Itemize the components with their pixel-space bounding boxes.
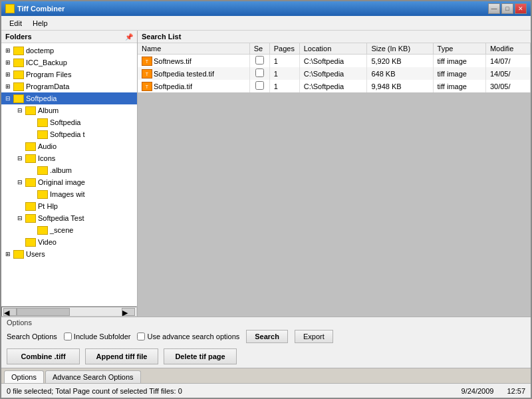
- row-checkbox-2[interactable]: [255, 81, 264, 90]
- table-row[interactable]: T Softpedia.tif 1 C:\Softpedia 9,948 KB …: [138, 80, 531, 92]
- cell-select-2[interactable]: [249, 80, 269, 92]
- expand-softpedia-test[interactable]: ⊟: [15, 213, 25, 223]
- tree-label-audio: Audio: [38, 142, 57, 150]
- expand-icc[interactable]: ⊞: [3, 57, 13, 68]
- folder-icon-softpedia: [13, 94, 24, 103]
- menu-edit[interactable]: Edit: [4, 18, 27, 29]
- tree-label-video: Video: [38, 238, 57, 246]
- expand-softpedia-t[interactable]: [27, 129, 37, 140]
- tree-item-album[interactable]: ⊟ Album: [1, 104, 137, 116]
- folder-icon-album: [25, 106, 36, 115]
- tree-item-softpedia-t[interactable]: Softpedia t: [1, 128, 137, 140]
- use-advance-checkbox[interactable]: [137, 332, 145, 340]
- tree-label-scene: _scene: [50, 226, 73, 234]
- row-checkbox-0[interactable]: [255, 56, 264, 65]
- export-button[interactable]: Export: [295, 330, 333, 343]
- expand-audio[interactable]: [15, 141, 25, 152]
- table-row[interactable]: T Softnews.tif 1 C:\Softpedia 5,920 KB t…: [138, 55, 531, 68]
- title-bar: Tiff Combiner — □ ✕: [1, 1, 531, 16]
- search-button[interactable]: Search: [246, 330, 288, 343]
- expand-icons[interactable]: ⊟: [15, 153, 25, 164]
- close-button[interactable]: ✕: [515, 3, 527, 14]
- folder-icon-scene: [37, 226, 48, 235]
- col-modified[interactable]: Modifie: [485, 43, 530, 55]
- minimize-button[interactable]: —: [488, 3, 500, 14]
- delete-button[interactable]: Delete tif page: [164, 348, 237, 364]
- expand-video[interactable]: [15, 237, 25, 247]
- tree-item-programfiles[interactable]: ⊞ Program Files: [1, 68, 137, 80]
- include-subfolder-label: Include Subfolder: [64, 332, 131, 340]
- search-list-label: Search List: [142, 33, 181, 41]
- tree-item-programdata[interactable]: ⊞ ProgramData: [1, 80, 137, 92]
- expand-softpedia[interactable]: ⊟: [3, 93, 13, 104]
- folders-header: Folders 📌: [1, 31, 137, 43]
- expand-imageswit[interactable]: [27, 189, 37, 200]
- expand-pthlp[interactable]: [15, 201, 25, 211]
- expand-programdata[interactable]: ⊞: [3, 81, 13, 92]
- tree-item-softpedia[interactable]: ⊟ Softpedia: [1, 92, 137, 104]
- expand-scene[interactable]: [27, 225, 37, 235]
- scroll-right-btn[interactable]: ▶: [122, 308, 135, 316]
- cell-modified-0: 14/07/: [485, 55, 530, 68]
- tab-options[interactable]: Options: [4, 370, 44, 384]
- tree-item-users[interactable]: ⊞ Users: [1, 248, 137, 260]
- tree-item-scene[interactable]: _scene: [1, 224, 137, 236]
- tree-item-doctemp[interactable]: ⊞ doctemp: [1, 45, 137, 57]
- combine-button[interactable]: Combine .tiff: [7, 348, 80, 364]
- tree-item-video[interactable]: Video: [1, 236, 137, 248]
- title-bar-left: Tiff Combiner: [5, 4, 65, 13]
- include-subfolder-checkbox[interactable]: [64, 332, 72, 340]
- tiff-file-icon-1: T: [142, 69, 152, 78]
- expand-programfiles[interactable]: ⊞: [3, 69, 13, 80]
- tree-item-softpedia-sub[interactable]: Softpedia: [1, 116, 137, 128]
- col-pages[interactable]: Pages: [269, 43, 299, 55]
- folder-tree[interactable]: ⊞ doctemp ⊞ ICC_Backup ⊞ Program Files: [1, 43, 137, 306]
- tree-item-dotalbum[interactable]: .album: [1, 164, 137, 176]
- main-window: Tiff Combiner — □ ✕ Edit Help Folders 📌 …: [0, 0, 532, 399]
- tree-item-pthlp[interactable]: Pt Hlp: [1, 200, 137, 212]
- status-bar: 0 file selected; Total Page count of sel…: [1, 383, 531, 398]
- tree-item-originalimage[interactable]: ⊟ Original image: [1, 176, 137, 188]
- tree-item-audio[interactable]: Audio: [1, 140, 137, 152]
- expand-users[interactable]: ⊞: [3, 249, 13, 259]
- row-checkbox-1[interactable]: [255, 68, 264, 77]
- tree-label-softpedia-sub: Softpedia: [50, 118, 80, 126]
- scroll-thumb-h[interactable]: [17, 308, 70, 316]
- tree-item-icons[interactable]: ⊟ Icons: [1, 152, 137, 164]
- search-options-label: Search Options: [7, 332, 57, 340]
- cell-select-1[interactable]: [249, 67, 269, 80]
- tree-item-imageswit[interactable]: Images wit: [1, 188, 137, 200]
- search-results-table-container[interactable]: Name Se Pages Location Size (In KB) Type…: [138, 43, 531, 317]
- cell-location-2: C:\Softpedia: [299, 80, 367, 92]
- cell-select-0[interactable]: [249, 55, 269, 68]
- append-button[interactable]: Append tiff file: [85, 348, 158, 364]
- col-se[interactable]: Se: [249, 43, 269, 55]
- expand-dotalbum[interactable]: [27, 165, 37, 176]
- cell-type-2: tiff image: [433, 80, 485, 92]
- cell-location-1: C:\Softpedia: [299, 67, 367, 80]
- scroll-left-btn[interactable]: ◀: [3, 308, 17, 316]
- folder-icon-softpedia-test: [25, 214, 36, 223]
- tab-advance-search[interactable]: Advance Search Options: [45, 370, 141, 383]
- col-location[interactable]: Location: [299, 43, 367, 55]
- menu-help[interactable]: Help: [27, 18, 53, 29]
- tree-label-doctemp: doctemp: [26, 47, 54, 55]
- folder-icon-programfiles: [13, 70, 24, 79]
- maximize-button[interactable]: □: [501, 3, 513, 14]
- col-type[interactable]: Type: [433, 43, 485, 55]
- col-name[interactable]: Name: [138, 43, 249, 55]
- expand-doctemp[interactable]: ⊞: [3, 45, 13, 56]
- tree-label-programfiles: Program Files: [26, 70, 71, 78]
- tree-label-album: Album: [38, 106, 59, 114]
- expand-album[interactable]: ⊟: [15, 105, 25, 116]
- col-size[interactable]: Size (In KB): [367, 43, 433, 55]
- search-list-header: Search List: [138, 31, 531, 43]
- expand-originalimage[interactable]: ⊟: [15, 177, 25, 188]
- left-panel-scrollbar[interactable]: ◀ ▶: [1, 306, 137, 317]
- pin-icon[interactable]: 📌: [125, 33, 133, 41]
- tree-label-dotalbum: .album: [50, 166, 72, 174]
- tree-item-icc[interactable]: ⊞ ICC_Backup: [1, 57, 137, 68]
- expand-softpedia-sub[interactable]: [27, 117, 37, 128]
- tree-item-softpedia-test[interactable]: ⊟ Softpedia Test: [1, 212, 137, 224]
- table-row[interactable]: T Softpedia tested.tif 1 C:\Softpedia 64…: [138, 67, 531, 80]
